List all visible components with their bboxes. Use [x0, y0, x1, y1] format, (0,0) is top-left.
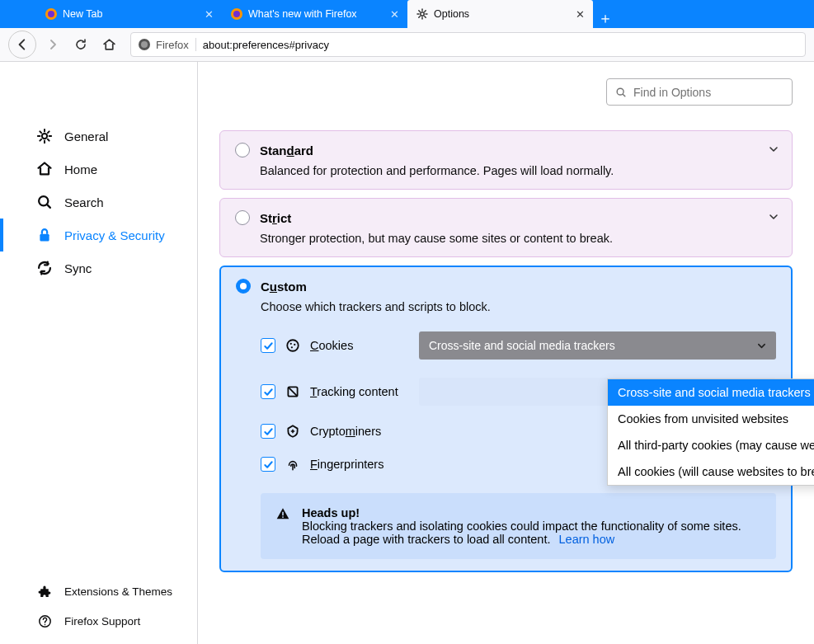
sidebar-item-label: Extensions & Themes: [64, 585, 172, 598]
crypto-icon: [285, 424, 300, 439]
firefox-icon: [230, 7, 243, 21]
panel-title: Custom: [261, 280, 307, 294]
svg-point-3: [233, 11, 240, 17]
callout-title: Heads up!: [302, 506, 360, 519]
arrow-right-icon: [46, 38, 59, 51]
option-label: Tracking content: [310, 385, 409, 398]
sidebar-item-home[interactable]: Home: [0, 153, 197, 186]
dropdown-item[interactable]: All cookies (will cause websites to brea…: [608, 458, 814, 485]
radio-custom[interactable]: [236, 279, 251, 294]
svg-point-12: [287, 340, 299, 351]
cookie-icon: [285, 338, 300, 353]
cookies-dropdown[interactable]: Cross-site and social media trackers: [419, 331, 776, 360]
panel-desc: Stronger protection, but may cause some …: [260, 232, 777, 245]
gear-icon: [416, 7, 429, 21]
sidebar-item-general[interactable]: General: [0, 120, 197, 153]
sidebar-item-label: Sync: [64, 261, 92, 275]
option-label: Cookies: [310, 339, 409, 352]
forward-button[interactable]: [41, 33, 64, 56]
sidebar-item-support[interactable]: Firefox Support: [0, 606, 197, 636]
sidebar-item-label: Firefox Support: [64, 615, 140, 628]
reload-button[interactable]: [69, 33, 92, 56]
learn-how-link[interactable]: Learn how: [559, 533, 615, 546]
arrow-left-icon: [15, 37, 30, 52]
dropdown-item[interactable]: Cookies from unvisited websites: [608, 406, 814, 432]
panel-standard[interactable]: Standard Balanced for protection and per…: [219, 130, 793, 190]
home-icon: [36, 161, 53, 177]
tracking-icon: [285, 384, 300, 399]
firefox-icon: [45, 7, 58, 21]
panel-desc: Choose which trackers and scripts to blo…: [261, 300, 776, 313]
dropdown-item[interactable]: All third-party cookies (may cause websi…: [608, 432, 814, 458]
svg-point-6: [141, 41, 148, 48]
svg-point-4: [421, 12, 424, 16]
panel-strict[interactable]: Strict Stronger protection, but may caus…: [219, 198, 793, 257]
find-placeholder: Find in Options: [633, 86, 711, 99]
option-label: Cryptominers: [310, 425, 409, 438]
browser-navbar: Firefox about:preferences#privacy: [0, 28, 814, 62]
home-icon: [102, 38, 116, 52]
sidebar-item-label: Privacy & Security: [64, 228, 165, 242]
lock-icon: [36, 227, 53, 243]
checkbox-crypto[interactable]: [261, 424, 275, 439]
url-text: about:preferences#privacy: [203, 39, 329, 51]
preferences-main: Find in Options Standard Balanced for pr…: [198, 62, 814, 644]
checkbox-fingerprint[interactable]: [261, 457, 275, 472]
close-icon[interactable]: ✕: [202, 8, 215, 21]
chevron-down-icon: [757, 341, 766, 350]
site-identity[interactable]: Firefox: [138, 38, 196, 51]
svg-point-7: [42, 134, 47, 139]
help-icon: [36, 613, 53, 629]
radio-standard[interactable]: [235, 143, 250, 157]
callout-body: Blocking trackers and isolating cookies …: [302, 519, 741, 546]
svg-rect-18: [282, 516, 284, 518]
close-icon[interactable]: ✕: [388, 8, 401, 21]
home-button[interactable]: [97, 33, 120, 56]
dropdown-item[interactable]: Cross-site and social media trackers: [608, 379, 814, 406]
dropdown-value: Cross-site and social media trackers: [429, 339, 615, 352]
svg-point-13: [290, 343, 292, 345]
svg-rect-9: [40, 234, 49, 242]
browser-titlebar: New Tab ✕ What's new with Firefox ✕ Opti…: [0, 0, 814, 28]
search-icon: [36, 194, 53, 210]
tab-whats-new[interactable]: What's new with Firefox ✕: [222, 0, 407, 28]
heads-up-callout: Heads up! Blocking trackers and isolatin…: [261, 493, 776, 559]
tab-options[interactable]: Options ✕: [407, 0, 593, 28]
sync-icon: [36, 260, 53, 276]
panel-title: Strict: [260, 211, 291, 225]
panel-desc: Balanced for protection and performance.…: [260, 164, 777, 177]
content: General Home Search Privacy & Security S…: [0, 62, 814, 644]
preferences-sidebar: General Home Search Privacy & Security S…: [0, 62, 198, 644]
svg-point-14: [294, 344, 295, 346]
svg-point-1: [48, 11, 54, 17]
dropdown-value: [429, 385, 432, 398]
sidebar-item-privacy[interactable]: Privacy & Security: [0, 219, 197, 251]
puzzle-icon: [36, 583, 53, 599]
chevron-down-icon[interactable]: [769, 144, 779, 154]
radio-strict[interactable]: [235, 210, 250, 225]
tab-new-tab[interactable]: New Tab ✕: [36, 0, 222, 28]
close-icon[interactable]: ✕: [573, 8, 586, 21]
sidebar-item-sync[interactable]: Sync: [0, 251, 197, 284]
reload-icon: [74, 38, 87, 51]
option-cookies-row: Cookies Cross-site and social media trac…: [261, 331, 776, 360]
checkbox-tracking[interactable]: [261, 384, 275, 399]
checkbox-cookies[interactable]: [261, 338, 275, 353]
sidebar-item-search[interactable]: Search: [0, 186, 197, 219]
back-button[interactable]: [8, 31, 36, 59]
svg-rect-17: [282, 512, 284, 516]
chevron-down-icon[interactable]: [769, 212, 779, 222]
option-label: Fingerprinters: [310, 458, 409, 471]
tab-label: New Tab: [63, 8, 197, 20]
tab-label: What's new with Firefox: [248, 8, 383, 20]
panel-title: Standard: [260, 143, 313, 157]
new-tab-button[interactable]: ＋: [593, 8, 618, 28]
url-bar[interactable]: Firefox about:preferences#privacy: [130, 32, 806, 57]
site-identity-label: Firefox: [156, 39, 189, 51]
sidebar-item-label: General: [64, 129, 108, 143]
sidebar-item-label: Home: [64, 162, 97, 176]
sidebar-item-extensions[interactable]: Extensions & Themes: [0, 576, 197, 606]
find-in-options-input[interactable]: Find in Options: [606, 78, 793, 106]
tab-label: Options: [434, 8, 568, 20]
search-icon: [615, 87, 627, 98]
